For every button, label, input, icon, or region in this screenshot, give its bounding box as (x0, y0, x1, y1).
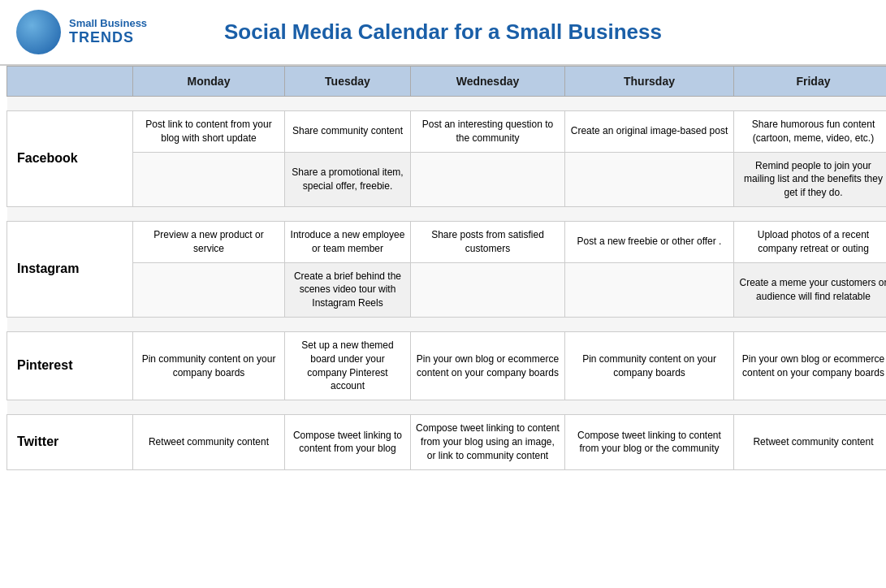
col-header-monday: Monday (133, 67, 285, 97)
col-header-friday: Friday (734, 67, 887, 97)
pt-wed-1: Pin your own blog or ecommerce content o… (411, 331, 565, 400)
logo-line2: TRENDS (69, 30, 147, 46)
col-header-tuesday: Tuesday (285, 67, 411, 97)
calendar-container: Monday Tuesday Wednesday Thursday Friday… (0, 66, 886, 477)
ig-fri-1: Upload photos of a recent company retrea… (734, 221, 887, 262)
col-header-empty (7, 67, 133, 97)
facebook-label: Facebook (7, 111, 133, 207)
spacer-row-2 (7, 206, 887, 221)
fb-mon-2 (133, 152, 285, 206)
facebook-row-2: Share a promotional item, special offer,… (7, 152, 887, 206)
spacer-row-3 (7, 317, 887, 331)
spacer-row-4 (7, 400, 887, 415)
col-header-wednesday: Wednesday (411, 67, 565, 97)
twitter-row-1: Twitter Retweet community content Compos… (7, 415, 887, 469)
instagram-row-2: Create a brief behind the scenes video t… (7, 262, 887, 317)
logo-area: Small Business TRENDS (16, 10, 179, 54)
logo-icon (16, 10, 61, 54)
pinterest-label: Pinterest (7, 331, 133, 400)
fb-tue-1: Share community content (285, 111, 411, 153)
fb-thu-2 (565, 152, 734, 206)
tw-mon-1: Retweet community content (133, 415, 285, 469)
page-header: Small Business TRENDS Social Media Calen… (0, 0, 886, 66)
ig-tue-1: Introduce a new employee or team member (285, 221, 411, 262)
spacer-row-1 (7, 97, 887, 111)
page-title: Social Media Calendar for a Small Busine… (179, 19, 870, 45)
fb-wed-2 (411, 152, 565, 206)
fb-fri-1: Share humorous fun content (cartoon, mem… (734, 111, 887, 153)
tw-wed-1: Compose tweet linking to content from yo… (411, 415, 565, 469)
fb-thu-1: Create an original image-based post (565, 111, 734, 153)
ig-wed-2 (411, 262, 565, 317)
pt-fri-1: Pin your own blog or ecommerce content o… (734, 331, 887, 400)
tw-tue-1: Compose tweet linking to content from yo… (285, 415, 411, 469)
pinterest-row-1: Pinterest Pin community content on your … (7, 331, 887, 400)
ig-tue-2: Create a brief behind the scenes video t… (285, 262, 411, 317)
calendar-table: Monday Tuesday Wednesday Thursday Friday… (6, 66, 886, 470)
ig-wed-1: Share posts from satisfied customers (411, 221, 565, 262)
ig-thu-2 (565, 262, 734, 317)
ig-fri-2: Create a meme your customers or audience… (734, 262, 887, 317)
pt-tue-1: Set up a new themed board under your com… (285, 331, 411, 400)
pt-thu-1: Pin community content on your company bo… (565, 331, 734, 400)
ig-mon-1: Preview a new product or service (133, 221, 285, 262)
twitter-label: Twitter (7, 415, 133, 469)
logo-line1: Small Business (69, 18, 147, 29)
ig-thu-1: Post a new freebie or other offer . (565, 221, 734, 262)
tw-fri-1: Retweet community content (734, 415, 887, 469)
ig-mon-2 (133, 262, 285, 317)
tw-thu-1: Compose tweet linking to content from yo… (565, 415, 734, 469)
logo-text: Small Business TRENDS (69, 18, 147, 45)
instagram-label: Instagram (7, 221, 133, 317)
fb-fri-2: Remind people to join your mailing list … (734, 152, 887, 206)
fb-wed-1: Post an interesting question to the comm… (411, 111, 565, 153)
facebook-row-1: Facebook Post link to content from your … (7, 111, 887, 153)
fb-tue-2: Share a promotional item, special offer,… (285, 152, 411, 206)
instagram-row-1: Instagram Preview a new product or servi… (7, 221, 887, 262)
fb-mon-1: Post link to content from your blog with… (133, 111, 285, 153)
col-header-thursday: Thursday (565, 67, 734, 97)
header-row: Monday Tuesday Wednesday Thursday Friday (7, 67, 887, 97)
pt-mon-1: Pin community content on your company bo… (133, 331, 285, 400)
